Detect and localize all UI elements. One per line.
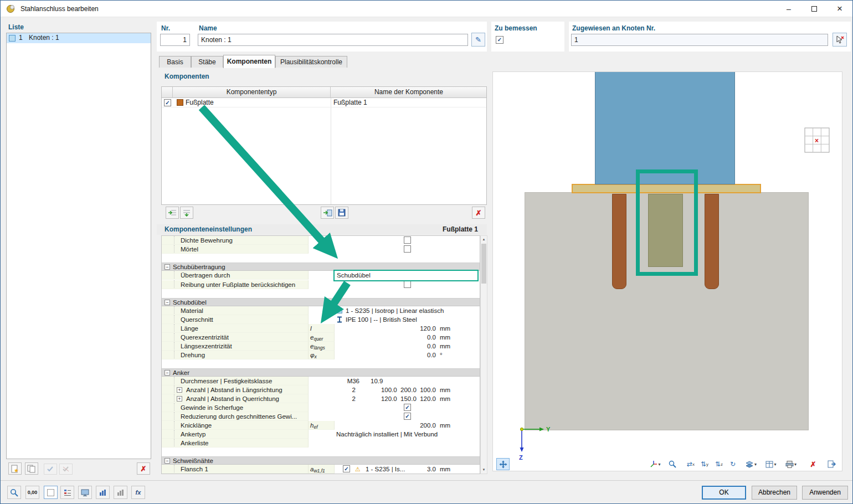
clear-results-button[interactable]: ✗ xyxy=(806,458,820,470)
setting-gewinde[interactable]: Gewinde in Scherfuge ✓ xyxy=(162,403,480,412)
decimal-places-button[interactable]: 0,00 xyxy=(25,486,39,499)
delete-component-button[interactable]: ✗ xyxy=(472,207,485,219)
visibility-dropdown-button[interactable]: ▾ xyxy=(742,458,760,470)
rename-button[interactable]: ✎ xyxy=(471,33,485,47)
name-field[interactable]: Knoten : 1 xyxy=(198,34,468,46)
tab-plausibilitaetskontrolle[interactable]: Plausibilitätskontrolle xyxy=(275,56,347,68)
expand-box[interactable]: + xyxy=(177,396,182,402)
setting-flansch-1[interactable]: Flansch 1 aw1,f1 ✓ ⚠ 1 - S235 | Is... 3.… xyxy=(162,465,480,474)
section-schubduebel[interactable]: − Schubdübel xyxy=(162,298,480,306)
tab-staebe[interactable]: Stäbe xyxy=(191,56,223,68)
new-item-button[interactable]: ★ xyxy=(8,462,22,475)
anzahl-quer-values[interactable]: 120.0 150.0 120.0 xyxy=(335,394,437,403)
display-background-button[interactable] xyxy=(44,486,58,499)
add-row-below-button[interactable] xyxy=(180,207,193,219)
tab-basis[interactable]: Basis xyxy=(159,56,191,68)
collapse-box[interactable]: − xyxy=(165,370,170,376)
connections-list[interactable]: 1 Knoten : 1 xyxy=(6,33,151,459)
save-to-library-button[interactable] xyxy=(335,207,348,219)
setting-moertel[interactable]: Mörtel xyxy=(162,245,480,254)
result-diagrams-off-button[interactable] xyxy=(114,486,127,499)
print-dropdown-button[interactable]: ▾ xyxy=(782,458,800,470)
uebertragen-durch-dropdown[interactable]: Schubdübel xyxy=(333,270,479,281)
import-from-library-button[interactable] xyxy=(321,207,334,219)
scrollbar-thumb[interactable] xyxy=(481,244,486,284)
zu-bemessen-checkbox[interactable]: ✓ xyxy=(496,36,503,44)
setting-reduzierung[interactable]: Reduzierung durch geschnittenes Gewi... … xyxy=(162,412,480,421)
view-x-button[interactable]: ⇄x xyxy=(684,458,697,470)
flansch-value[interactable]: 3.0 xyxy=(335,465,437,474)
minimize-button[interactable]: – xyxy=(776,1,801,17)
querex-value[interactable]: 0.0 xyxy=(335,333,437,342)
collapse-box[interactable]: − xyxy=(165,458,170,464)
panel-legend-button[interactable] xyxy=(60,486,74,499)
gewinde-checkbox[interactable]: ✓ xyxy=(404,404,411,411)
cancel-button[interactable]: Abbrechen xyxy=(752,486,797,500)
reibung-checkbox[interactable] xyxy=(404,281,411,288)
collapse-box[interactable]: − xyxy=(165,264,170,270)
deselect-all-items-button[interactable] xyxy=(59,464,73,475)
setting-dichte-bewehrung[interactable]: Dichte Bewehrung xyxy=(162,236,480,245)
setting-drehung[interactable]: Drehung φx 0.0 ° xyxy=(162,351,480,359)
pick-nodes-button[interactable] xyxy=(833,33,847,47)
viewport-3d[interactable]: × Y Z ▾ ⇄x ⇅y ⇅z xyxy=(492,71,842,471)
dichte-bewehrung-checkbox[interactable] xyxy=(404,236,411,244)
assigned-nodes-field[interactable]: 1 xyxy=(571,34,828,46)
setting-ankerliste[interactable]: Ankerliste xyxy=(162,439,480,448)
setting-ankertyp[interactable]: Ankertyp Nachträglich installiert | Mit … xyxy=(162,430,480,439)
expand-box[interactable]: + xyxy=(177,387,182,393)
formula-button[interactable]: fx xyxy=(131,486,145,499)
view-z-button[interactable]: ⇅z xyxy=(712,458,726,470)
scroll-up-button[interactable]: ▲ xyxy=(481,236,487,243)
tables-dropdown-button[interactable]: ▾ xyxy=(762,458,780,470)
component-row-fussplatte[interactable]: ✓ Fußplatte Fußplatte 1 xyxy=(162,98,486,107)
setting-laenge[interactable]: Länge l 120.0 mm xyxy=(162,324,480,333)
list-item-knoten-1[interactable]: 1 Knoten : 1 xyxy=(7,33,151,43)
navigation-cube[interactable]: × xyxy=(804,127,830,153)
zoom-window-button[interactable] xyxy=(666,458,679,470)
delete-item-button[interactable]: ✗ xyxy=(137,462,150,475)
nr-field[interactable]: 1 xyxy=(160,34,190,46)
setting-reibung[interactable]: Reibung unter Fußplatte berücksichtigen xyxy=(162,280,480,289)
header-komponententyp[interactable]: Komponententyp xyxy=(173,87,331,98)
setting-material[interactable]: Material 1 - S235 | Isotrop | Linear ela… xyxy=(162,306,480,315)
maximize-button[interactable] xyxy=(801,1,827,17)
apply-button[interactable]: Anwenden xyxy=(802,486,848,500)
pan-mode-button[interactable] xyxy=(496,458,510,470)
result-diagrams-button[interactable] xyxy=(96,486,110,499)
rotate-view-button[interactable]: ↻ xyxy=(726,458,739,470)
scroll-down-button[interactable]: ▼ xyxy=(481,466,487,474)
settings-scrollbar[interactable]: ▲ ▼ xyxy=(480,235,487,474)
export-view-button[interactable] xyxy=(824,458,839,470)
copy-item-button[interactable] xyxy=(25,462,38,475)
display-properties-button[interactable] xyxy=(78,486,92,499)
search-button[interactable] xyxy=(7,486,21,499)
durchmesser-value[interactable]: M36 xyxy=(335,377,359,385)
section-schweissnaehte[interactable]: − Schweißnähte xyxy=(162,456,480,465)
component-row-checkbox[interactable]: ✓ xyxy=(164,99,171,106)
collapse-box[interactable]: − xyxy=(165,300,170,305)
setting-durchmesser[interactable]: Durchmesser | Festigkeitsklasse M36 10.9 xyxy=(162,377,480,385)
tab-komponenten[interactable]: Komponenten xyxy=(223,55,275,68)
setting-anzahl-quer[interactable]: Anzahl | Abstand in Querrichtung + 2 120… xyxy=(162,394,480,403)
anzahl-laengs-values[interactable]: 100.0 200.0 100.0 xyxy=(335,385,437,394)
header-name-der-komponente[interactable]: Name der Komponente xyxy=(331,87,487,98)
drehung-value[interactable]: 0.0 xyxy=(335,351,437,359)
setting-laengsexzentrizitaet[interactable]: Längsexzentrizität elängs 0.0 mm xyxy=(162,342,480,351)
view-y-button[interactable]: ⇅y xyxy=(698,458,711,470)
section-anker[interactable]: − Anker xyxy=(162,368,480,377)
festigkeitsklasse-value[interactable]: 10.9 xyxy=(371,377,383,385)
laengsex-value[interactable]: 0.0 xyxy=(335,342,437,351)
ok-button[interactable]: OK xyxy=(702,486,746,500)
setting-querschnitt[interactable]: Querschnitt IPE 100 | -- | British Steel xyxy=(162,315,480,324)
laenge-value[interactable]: 120.0 xyxy=(335,324,437,333)
setting-anzahl-laengs[interactable]: Anzahl | Abstand in Längsrichtung + 2 10… xyxy=(162,385,480,394)
knicklaenge-value[interactable]: 200.0 xyxy=(335,421,437,430)
moertel-checkbox[interactable] xyxy=(404,245,411,253)
reduzierung-checkbox[interactable]: ✓ xyxy=(404,413,411,420)
ankertyp-value[interactable]: Nachträglich installiert | Mit Verbund xyxy=(336,430,438,439)
setting-knicklaenge[interactable]: Knicklänge hef 200.0 mm xyxy=(162,421,480,430)
close-button[interactable]: × xyxy=(827,1,852,17)
select-all-items-button[interactable] xyxy=(44,464,57,475)
view-direction-dropdown-button[interactable]: ▾ xyxy=(646,458,664,470)
